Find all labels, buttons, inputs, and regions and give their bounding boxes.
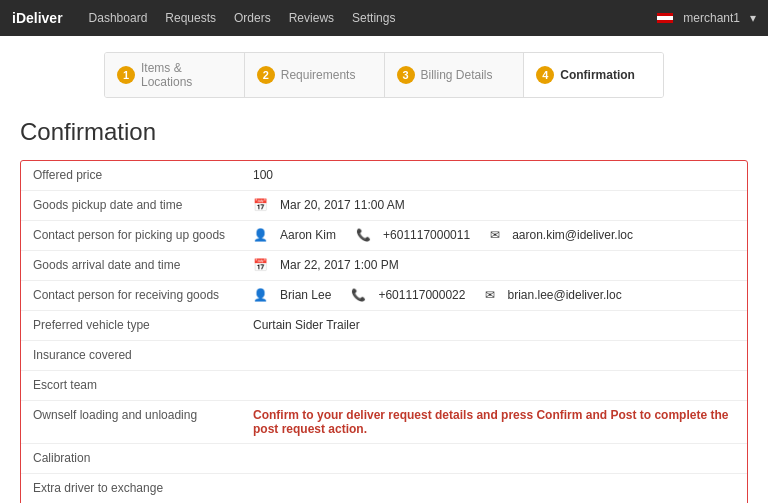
- phone-icon-2: 📞: [351, 288, 366, 302]
- person-icon-2: 👤: [253, 288, 268, 302]
- receiving-phone: +601117000022: [378, 288, 465, 302]
- row-offered-price: Offered price 100: [21, 161, 747, 191]
- nav-dashboard[interactable]: Dashboard: [89, 11, 148, 25]
- calendar-icon-2: 📅: [253, 258, 268, 272]
- pickup-person-name: Aaron Kim: [280, 228, 336, 242]
- step-1[interactable]: 1 Items & Locations: [105, 53, 245, 97]
- confirmation-box: Offered price 100 Goods pickup date and …: [20, 160, 748, 503]
- nav-reviews[interactable]: Reviews: [289, 11, 334, 25]
- label-calibration: Calibration: [33, 451, 253, 465]
- row-contact-pickup: Contact person for picking up goods 👤 Aa…: [21, 221, 747, 251]
- value-contact-receiving: 👤 Brian Lee 📞 +601117000022 ✉ brian.lee@…: [253, 288, 735, 302]
- calendar-icon: 📅: [253, 198, 268, 212]
- merchant-label: merchant1: [683, 11, 740, 25]
- step-3[interactable]: 3 Billing Details: [385, 53, 525, 97]
- step-4-label: Confirmation: [560, 68, 635, 82]
- brand-logo: iDeliver: [12, 10, 63, 26]
- row-pickup-date: Goods pickup date and time 📅 Mar 20, 201…: [21, 191, 747, 221]
- receiving-email: brian.lee@ideliver.loc: [507, 288, 621, 302]
- phone-icon: 📞: [356, 228, 371, 242]
- step-1-label: Items & Locations: [141, 61, 232, 89]
- arrival-date-text: Mar 22, 2017 1:00 PM: [280, 258, 399, 272]
- row-ownself-loading: Ownself loading and unloading Confirm to…: [21, 401, 747, 444]
- step-3-num: 3: [397, 66, 415, 84]
- step-4-num: 4: [536, 66, 554, 84]
- value-vehicle-type: Curtain Sider Trailer: [253, 318, 735, 332]
- label-escort: Escort team: [33, 378, 253, 392]
- row-vehicle-type: Preferred vehicle type Curtain Sider Tra…: [21, 311, 747, 341]
- value-arrival-date: 📅 Mar 22, 2017 1:00 PM: [253, 258, 735, 272]
- top-navbar: iDeliver Dashboard Requests Orders Revie…: [0, 0, 768, 36]
- label-insurance: Insurance covered: [33, 348, 253, 362]
- label-offered-price: Offered price: [33, 168, 253, 182]
- nav-settings[interactable]: Settings: [352, 11, 395, 25]
- label-arrival-date: Goods arrival date and time: [33, 258, 253, 272]
- label-vehicle-type: Preferred vehicle type: [33, 318, 253, 332]
- email-icon-2: ✉: [485, 288, 495, 302]
- value-ownself-loading: Confirm to your deliver request details …: [253, 408, 735, 436]
- main-content: 1 Items & Locations 2 Requirements 3 Bil…: [0, 36, 768, 503]
- flag-icon: [657, 13, 673, 23]
- row-contact-receiving: Contact person for receiving goods 👤 Bri…: [21, 281, 747, 311]
- row-insurance: Insurance covered: [21, 341, 747, 371]
- nav-requests[interactable]: Requests: [165, 11, 216, 25]
- steps-bar: 1 Items & Locations 2 Requirements 3 Bil…: [104, 52, 664, 98]
- row-extra-driver: Extra driver to exchange: [21, 474, 747, 503]
- pickup-email: aaron.kim@ideliver.loc: [512, 228, 633, 242]
- email-icon: ✉: [490, 228, 500, 242]
- pickup-date-text: Mar 20, 2017 11:00 AM: [280, 198, 405, 212]
- step-2-label: Requirements: [281, 68, 356, 82]
- person-icon: 👤: [253, 228, 268, 242]
- row-calibration: Calibration: [21, 444, 747, 474]
- receiving-person-name: Brian Lee: [280, 288, 331, 302]
- step-2[interactable]: 2 Requirements: [245, 53, 385, 97]
- value-pickup-date: 📅 Mar 20, 2017 11:00 AM: [253, 198, 735, 212]
- step-3-label: Billing Details: [421, 68, 493, 82]
- value-contact-pickup: 👤 Aaron Kim 📞 +601117000011 ✉ aaron.kim@…: [253, 228, 735, 242]
- label-pickup-date: Goods pickup date and time: [33, 198, 253, 212]
- step-1-num: 1: [117, 66, 135, 84]
- nav-orders[interactable]: Orders: [234, 11, 271, 25]
- topnav-right: merchant1 ▾: [657, 11, 756, 25]
- value-offered-price: 100: [253, 168, 735, 182]
- dropdown-chevron[interactable]: ▾: [750, 11, 756, 25]
- label-extra-driver: Extra driver to exchange: [33, 481, 253, 495]
- pickup-phone: +601117000011: [383, 228, 470, 242]
- step-4[interactable]: 4 Confirmation: [524, 53, 663, 97]
- step-2-num: 2: [257, 66, 275, 84]
- label-contact-pickup: Contact person for picking up goods: [33, 228, 253, 242]
- label-ownself-loading: Ownself loading and unloading: [33, 408, 253, 422]
- row-arrival-date: Goods arrival date and time 📅 Mar 22, 20…: [21, 251, 747, 281]
- steps-container: 1 Items & Locations 2 Requirements 3 Bil…: [20, 52, 748, 98]
- label-contact-receiving: Contact person for receiving goods: [33, 288, 253, 302]
- row-escort: Escort team: [21, 371, 747, 401]
- page-title: Confirmation: [20, 118, 748, 146]
